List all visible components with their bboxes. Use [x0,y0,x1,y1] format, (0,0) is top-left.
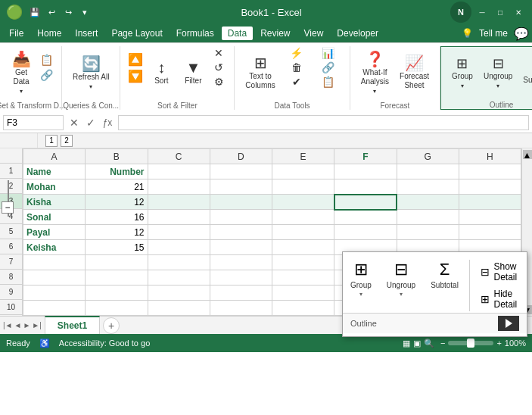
menu-page-layout[interactable]: Page Layout [105,27,168,40]
cell-e5[interactable] [272,225,334,240]
sheet-tab-sheet1[interactable]: Sheet1 [45,316,100,334]
cell-c4[interactable] [148,210,210,225]
what-if-button[interactable]: ❓ What-IfAnalysis ▾ [356,49,394,97]
normal-view-button[interactable]: ▦ [403,339,410,348]
cell-c3[interactable] [148,195,210,210]
menu-review[interactable]: Review [254,27,296,40]
cell-c8[interactable] [148,270,210,286]
sheet-nav-first[interactable]: |◄ [3,321,13,329]
text-to-columns-button[interactable]: ⊞ Text toColumns [241,53,279,92]
cell-a9[interactable] [23,286,86,301]
outline-num-2[interactable]: 2 [61,135,73,147]
redo-button[interactable]: ↪ [61,5,76,20]
cell-g1[interactable] [397,164,459,179]
cell-b1[interactable]: Number [86,164,148,179]
cell-e6[interactable] [272,240,334,255]
relationships-button[interactable]: 🔗 [313,61,344,74]
popup-group-button[interactable]: ⊞ Group ▾ [343,260,379,311]
manage-model-button[interactable]: 📋 [313,75,344,89]
cell-d1[interactable] [210,164,272,179]
validate-button[interactable]: ✔ [282,75,312,89]
cell-h5[interactable] [459,225,521,240]
quick-access-dropdown[interactable]: ▾ [77,5,92,20]
sort-button[interactable]: ↕ Sort [146,53,176,92]
cell-d5[interactable] [210,225,272,240]
user-badge[interactable]: N [450,2,471,23]
group-button[interactable]: ⊞ Group ▾ [447,53,478,92]
insert-function-button[interactable]: ƒx [100,115,115,130]
col-header-f[interactable]: F [334,149,397,164]
save-button[interactable]: 💾 [27,5,42,20]
cell-c6[interactable] [148,240,210,255]
col-header-a[interactable]: A [23,149,86,164]
page-layout-view-button[interactable]: ▣ [413,339,421,348]
cell-a5[interactable]: Payal [23,225,86,240]
advanced-button[interactable]: ⚙ [210,75,228,89]
cell-a1[interactable]: Name [23,164,86,179]
cell-f1[interactable] [334,164,397,179]
zoom-out-button[interactable]: − [440,339,445,348]
cell-c2[interactable] [148,179,210,195]
tell-me-label[interactable]: Tell me [479,28,508,39]
cell-b9[interactable] [86,286,148,301]
filter-button[interactable]: ▼ Filter [178,53,208,92]
menu-home[interactable]: Home [31,27,67,40]
cell-h4[interactable] [459,210,521,225]
remove-duplicates-button[interactable]: 🗑 [282,61,312,74]
col-header-g[interactable]: G [397,149,459,164]
add-sheet-button[interactable]: + [100,317,120,334]
forecast-sheet-button[interactable]: 📈 ForecastSheet [395,53,434,92]
cell-b3[interactable]: 12 [86,195,148,210]
cell-a6[interactable]: Keisha [23,240,86,255]
page-break-view-button[interactable]: 🔍 [424,339,434,348]
cell-b8[interactable] [86,270,148,286]
sort-az-button[interactable]: 🔼 [126,51,145,67]
cell-a8[interactable] [23,270,86,286]
popup-chevron-button[interactable] [498,316,519,331]
close-button[interactable]: ✕ [511,5,526,20]
show-detail-button[interactable]: ⊟ Show Detail [478,260,522,284]
cell-a2[interactable]: Mohan [23,179,86,195]
cell-g2[interactable] [397,179,459,195]
cell-h2[interactable] [459,179,521,195]
col-header-h[interactable]: H [459,149,521,164]
menu-insert[interactable]: Insert [69,27,104,40]
cell-f2[interactable] [334,179,397,195]
cell-d7[interactable] [210,255,272,270]
cell-d10[interactable] [210,301,272,316]
cell-d8[interactable] [210,270,272,286]
sheet-nav-prev[interactable]: ◄ [14,321,22,329]
cell-f5[interactable] [334,225,397,240]
ungroup-button[interactable]: ⊟ Ungroup ▾ [479,53,517,92]
cell-reference[interactable]: F3 [3,115,64,130]
cancel-formula-button[interactable]: ✕ [67,115,82,130]
get-data-button[interactable]: 📥 GetData ▾ [6,49,36,97]
outline-num-1[interactable]: 1 [45,135,58,147]
cell-a10[interactable] [23,301,86,316]
cell-f4[interactable] [334,210,397,225]
cell-d3[interactable] [210,195,272,210]
zoom-slider[interactable] [448,341,493,345]
cell-g4[interactable] [397,210,459,225]
cell-c7[interactable] [148,255,210,270]
cell-c10[interactable] [148,301,210,316]
col-header-c[interactable]: C [148,149,210,164]
cell-b10[interactable] [86,301,148,316]
menu-view[interactable]: View [298,27,330,40]
cell-e4[interactable] [272,210,334,225]
cell-c5[interactable] [148,225,210,240]
cell-e1[interactable] [272,164,334,179]
hide-detail-button[interactable]: ⊞ Hide Detail [478,287,522,311]
menu-formulas[interactable]: Formulas [170,27,220,40]
cell-e2[interactable] [272,179,334,195]
maximize-button[interactable]: □ [493,5,508,20]
cell-c1[interactable] [148,164,210,179]
cell-c9[interactable] [148,286,210,301]
properties-button[interactable]: 📋 [38,53,55,67]
cell-e3[interactable] [272,195,334,210]
cell-b7[interactable] [86,255,148,270]
collapse-group-button[interactable]: − [2,201,14,214]
cell-a3[interactable]: Kisha [23,195,86,210]
cell-g5[interactable] [397,225,459,240]
share-icon[interactable]: 💬 [514,27,529,41]
